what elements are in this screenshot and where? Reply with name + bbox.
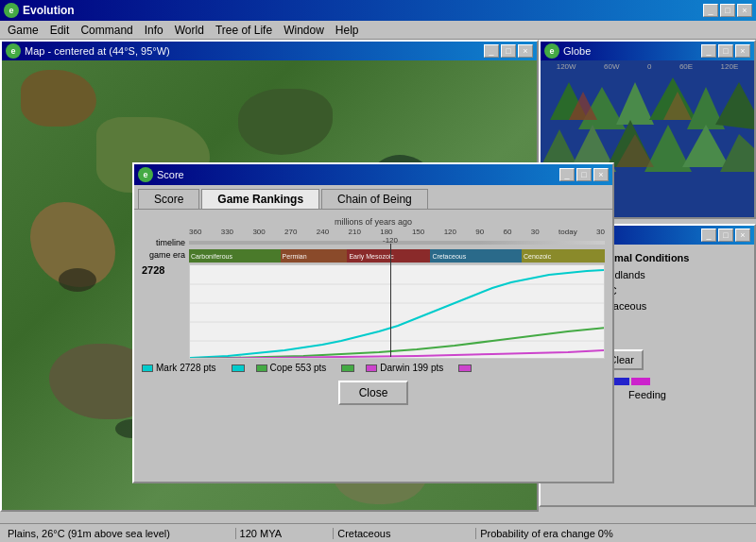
main-area: e Map - centered at (44°S, 95°W) _ □ × [0,40,756,542]
globe-minimize[interactable]: _ [701,44,716,58]
tl-2: 300 [252,228,265,236]
score-title-bar: e Score _ □ × [134,164,612,185]
map-close[interactable]: × [518,44,533,58]
menu-info[interactable]: Info [139,22,169,39]
legend-cope-color [256,364,267,372]
legend-mark-score: 2728 pts [180,363,215,373]
current-score: 2728 [142,264,189,276]
title-bar-buttons: _ □ × [703,4,752,17]
era-axis-label: game era [142,251,189,261]
command-close[interactable]: × [735,229,750,242]
score-minimize[interactable]: _ [559,168,575,181]
menu-world[interactable]: World [169,22,210,39]
map-minimize[interactable]: _ [484,44,499,58]
marker-line [390,244,391,357]
menu-tree-of-life[interactable]: Tree of Life [210,22,278,39]
legend-mark: Mark 2728 pts [142,363,216,373]
status-probability: Probability of era change 0% [476,528,752,539]
menu-bar: Game Edit Command Info World Tree of Lif… [0,21,756,40]
tl-9: 90 [475,228,484,236]
tab-game-rankings[interactable]: Game Rankings [201,189,319,209]
tl-13: 30 [596,228,605,236]
legend-mark-swatch [232,364,245,372]
tl-3: 270 [284,228,297,236]
tl-12: today [558,228,577,236]
era-cenozoic: Cenozoic [522,249,605,263]
era-early-mesozoic: Early Mesozoic [347,249,430,263]
menu-edit[interactable]: Edit [44,22,76,39]
menu-command[interactable]: Command [75,22,138,39]
globe-coord-2: 0 [647,62,651,71]
tl-6: 180 [380,228,392,236]
era-bar: Carboniferous Permian Early Mesozoic Cre… [189,249,605,263]
chart-svg-container [189,264,605,359]
legend-cope-name: Cope [270,363,293,373]
legend-cope-swatch [341,364,354,372]
legend-darwin-score: 199 pts [412,363,443,373]
globe-icon: e [544,43,559,59]
score-chart-row: 2728 [142,264,605,359]
menu-game[interactable]: Game [2,22,44,39]
app-title-bar: e Evolution _ □ × [0,0,756,21]
menu-window[interactable]: Window [278,22,330,39]
creature-1 [59,268,96,292]
close-button[interactable]: Close [338,381,409,405]
score-icon: e [138,167,153,182]
close-btn-row: Close [142,381,605,405]
close-button[interactable]: × [737,4,752,17]
legend-mark-name: Mark [156,363,177,373]
globe-coord-3: 60E [679,62,693,71]
legend-cope-score: 553 pts [296,363,327,373]
feeding-bar-purple [631,378,650,385]
globe-coord-0: 120W [557,62,576,71]
command-maximize[interactable]: □ [718,229,733,242]
tab-score[interactable]: Score [138,189,199,209]
minimize-button[interactable]: _ [703,4,718,17]
tl-10: 60 [504,228,512,236]
tl-7: 150 [412,228,424,236]
app-title: Evolution [23,4,703,17]
score-close[interactable]: × [593,168,609,181]
globe-title-bar: e Globe _ □ × [541,42,754,60]
tab-chain-of-being[interactable]: Chain of Being [321,189,428,209]
score-body: millions of years ago 360 330 300 270 24… [134,210,612,461]
tl-8: 120 [444,228,456,236]
tl-4: 240 [317,228,329,236]
globe-coord-1: 60W [604,62,619,71]
legend-mark-color [142,364,153,372]
timeline-container: 360 330 300 270 240 210 180 150 120 90 6… [142,228,605,236]
legend-darwin-swatch [458,364,472,372]
score-maximize[interactable]: □ [576,168,592,181]
legend-row: Mark 2728 pts Cope 553 pts Darwin 199 pt… [142,363,605,373]
era-permian: Permian [281,249,348,263]
legend-darwin-color [366,364,377,372]
globe-title: Globe [563,45,701,57]
status-era: Cretaceous [334,528,476,539]
globe-coord-4: 120E [721,62,739,71]
status-terrain: Plains, 26°C (91m above sea level) [4,528,236,539]
status-bar: Plains, 26°C (91m above sea level) 120 M… [0,523,756,542]
map-title-bar: e Map - centered at (44°S, 95°W) _ □ × [2,42,537,60]
app-icon: e [4,3,19,18]
maximize-button[interactable]: □ [720,4,735,17]
globe-close[interactable]: × [735,44,750,58]
menu-help[interactable]: Help [330,22,365,39]
score-tabs: Score Game Rankings Chain of Being [134,185,612,210]
globe-maximize[interactable]: □ [718,44,733,58]
timeline-row: 360 330 300 270 240 210 180 150 120 90 6… [189,228,605,236]
map-maximize[interactable]: □ [501,44,516,58]
timeline-axis-label: timeline [142,238,189,247]
score-window: e Score _ □ × Score Game Rankings Chain … [132,162,614,483]
tl-0: 360 [189,228,201,236]
timeline-label-row: timeline [142,238,605,247]
era-row: game era Carboniferous Permian Early Mes… [142,249,605,263]
legend-darwin: Darwin 199 pts [366,363,443,373]
chart-header: millions of years ago [142,217,605,227]
tl-1: 330 [221,228,233,236]
score-chart [189,264,605,359]
legend-darwin-name: Darwin [380,363,409,373]
tl-11: 30 [531,228,540,236]
score-window-title: Score [157,169,559,180]
command-minimize[interactable]: _ [701,229,716,242]
era-carboniferous: Carboniferous [189,249,281,263]
